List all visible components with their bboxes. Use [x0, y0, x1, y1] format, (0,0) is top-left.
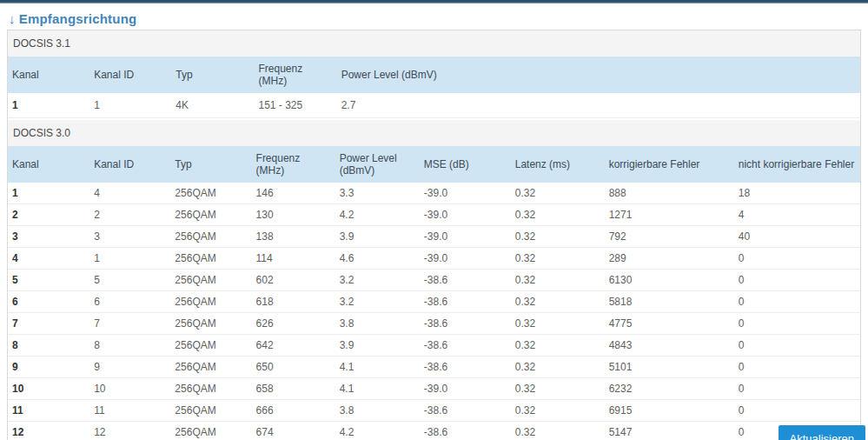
table-cell: 11 — [8, 400, 89, 422]
table-cell: 5147 — [605, 422, 734, 440]
table-cell: 10 — [8, 378, 89, 400]
table-cell: 256QAM — [170, 204, 251, 226]
table-cell: 3.8 — [335, 313, 420, 335]
table-cell: 11 — [89, 400, 170, 422]
table-cell: 0 — [734, 270, 860, 291]
table-row: 14256QAM1463.3-39.00.3288818 — [8, 183, 860, 204]
table-cell: -38.6 — [420, 357, 511, 378]
table-cell: 6130 — [605, 270, 734, 291]
table-cell: 666 — [252, 400, 335, 422]
table-cell: 7 — [8, 313, 89, 335]
table-cell: 256QAM — [170, 378, 251, 400]
table-header-row: KanalKanal IDTypFrequenz (MHz)Power Leve… — [8, 146, 860, 183]
table-cell: -39.0 — [420, 378, 511, 400]
table-row: 55256QAM6023.2-38.60.3261300 — [8, 270, 860, 291]
table-cell: 0.32 — [511, 183, 605, 204]
column-header: MSE (dB) — [420, 146, 511, 183]
column-header: Latenz (ms) — [511, 146, 605, 183]
table-cell: 0 — [734, 400, 860, 422]
table-cell: 256QAM — [170, 183, 251, 204]
table-cell: 3.3 — [335, 183, 420, 204]
page-title: ↓Empfangsrichtung — [9, 11, 868, 26]
refresh-button[interactable]: Aktualisieren — [779, 425, 865, 440]
table-cell: 4775 — [605, 313, 734, 335]
table-row: 1212256QAM6744.2-38.60.3251470 — [8, 422, 860, 440]
table-cell: 9 — [8, 357, 89, 378]
down-arrow-icon: ↓ — [9, 11, 16, 26]
table-cell: 0.32 — [511, 270, 605, 291]
table-row: 33256QAM1383.9-39.00.3279240 — [8, 226, 860, 248]
table-cell: 658 — [252, 378, 335, 400]
table-cell: 0.32 — [511, 357, 605, 378]
table-cell: -39.0 — [420, 204, 511, 226]
top-accent-bar — [0, 0, 868, 3]
table-cell: 5 — [89, 270, 170, 291]
table-cell: 0 — [734, 357, 860, 378]
table-row: 1010256QAM6584.1-39.00.3262320 — [8, 378, 860, 400]
table-cell: 146 — [252, 183, 335, 204]
table-cell: 6 — [8, 291, 89, 313]
table-cell: -38.6 — [420, 335, 511, 357]
column-header: Kanal ID — [89, 146, 170, 183]
table-cell: 12 — [8, 422, 89, 440]
table-cell: 256QAM — [170, 313, 251, 335]
table-cell: 0 — [734, 313, 860, 335]
table-cell: 6 — [89, 291, 170, 313]
table-cell: 4 — [734, 204, 860, 226]
table-cell: 4K — [171, 93, 254, 118]
table-row: 77256QAM6263.8-38.60.3247750 — [8, 313, 860, 335]
table-cell: 0.32 — [511, 291, 605, 313]
table-cell: 4.1 — [335, 357, 420, 378]
table-cell: -39.0 — [420, 248, 511, 270]
table-header-row: KanalKanal IDTypFrequenz (MHz)Power Leve… — [8, 57, 860, 93]
table-cell: -38.6 — [420, 291, 511, 313]
table-cell: 9 — [89, 357, 170, 378]
docsis-30-section: DOCSIS 3.0 KanalKanal IDTypFrequenz (MHz… — [8, 120, 860, 440]
table-cell: 256QAM — [170, 248, 251, 270]
table-row: 88256QAM6423.9-38.60.3248430 — [8, 335, 860, 357]
table-cell: -38.6 — [420, 400, 511, 422]
table-cell: 5101 — [605, 357, 734, 378]
table-row: 1111256QAM6663.8-38.60.3269150 — [8, 400, 860, 422]
column-header: Typ — [170, 146, 251, 183]
table-cell: 4.6 — [335, 248, 420, 270]
table-cell: 256QAM — [170, 422, 251, 440]
table-cell: 8 — [8, 335, 89, 357]
table-cell: -39.0 — [420, 226, 511, 248]
table-cell: 650 — [252, 357, 335, 378]
table-cell: -39.0 — [420, 183, 511, 204]
column-header: Kanal ID — [89, 57, 171, 93]
column-header: Kanal — [8, 57, 89, 93]
table-cell: 0.32 — [511, 422, 605, 440]
table-cell: 3.2 — [335, 270, 420, 291]
table-cell: 1271 — [605, 204, 734, 226]
table-cell: 4.1 — [335, 378, 420, 400]
table-cell: 0 — [734, 335, 860, 357]
table-cell: -38.6 — [420, 270, 511, 291]
table-cell: 3 — [89, 226, 170, 248]
table-cell: 256QAM — [170, 270, 251, 291]
table-cell: 602 — [252, 270, 335, 291]
table-cell: 2 — [89, 204, 170, 226]
table-cell: 2.7 — [337, 93, 860, 118]
docsis-31-section: DOCSIS 3.1 KanalKanal IDTypFrequenz (MHz… — [8, 30, 860, 118]
table-cell: 4.2 — [335, 422, 420, 440]
table-row: 99256QAM6504.1-38.60.3251010 — [8, 357, 860, 378]
column-header: korrigierbare Fehler — [605, 146, 734, 183]
table-cell: 4.2 — [335, 204, 420, 226]
table-cell: 1 — [8, 183, 89, 204]
table-cell: 130 — [252, 204, 335, 226]
column-header: Kanal — [8, 146, 89, 183]
docsis-31-table: KanalKanal IDTypFrequenz (MHz)Power Leve… — [8, 57, 860, 118]
table-cell: 888 — [605, 183, 734, 204]
table-cell: 151 - 325 — [255, 93, 337, 118]
table-cell: 0.32 — [511, 226, 605, 248]
table-cell: 1 — [89, 248, 170, 270]
table-cell: 0.32 — [511, 313, 605, 335]
table-cell: 8 — [89, 335, 170, 357]
table-cell: 18 — [734, 183, 860, 204]
table-row: 22256QAM1304.2-39.00.3212714 — [8, 204, 860, 226]
table-cell: 256QAM — [170, 357, 251, 378]
table-cell: 5 — [8, 270, 89, 291]
table-cell: 6232 — [605, 378, 734, 400]
